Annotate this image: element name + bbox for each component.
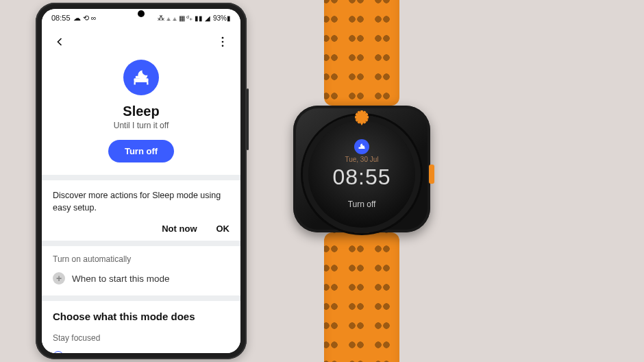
- choose-section-header: Choose what this mode does: [42, 301, 240, 325]
- status-icons-right: ⁂ ⟁ ⟁ ▦ ᵈ₊ ▮▮ ◢: [158, 14, 210, 22]
- watch-date: Tue, 30 Jul: [345, 156, 378, 163]
- watch-crown[interactable]: [429, 165, 434, 184]
- back-icon[interactable]: [53, 35, 66, 51]
- watch-case: Tue, 30 Jul 08:55 Turn off: [293, 106, 430, 232]
- auto-section[interactable]: Turn on automatically + When to start th…: [42, 246, 240, 295]
- stay-focused-section[interactable]: Stay focused Do not disturb: On: [42, 325, 240, 353]
- stay-focused-title: Stay focused: [53, 333, 230, 343]
- smartwatch: Tue, 30 Jul 08:55 Turn off: [293, 0, 430, 362]
- sleep-mode-icon: [123, 60, 159, 95]
- svg-rect-4: [134, 82, 136, 85]
- choose-heading: Choose what this mode does: [53, 311, 230, 322]
- watch-band-bottom: [324, 232, 399, 362]
- status-battery: 93%▮: [213, 14, 231, 22]
- auto-row-label: When to start this mode: [72, 274, 170, 284]
- status-time: 08:55: [51, 14, 71, 22]
- svg-point-1: [222, 41, 224, 43]
- section-divider: [42, 175, 240, 180]
- mode-subtitle: Until I turn it off: [53, 121, 230, 130]
- front-camera: [138, 10, 145, 17]
- watch-sleep-icon: [354, 139, 369, 154]
- phone-screen: 08:55 ☁ ⟲ ∞ ⁂ ⟁ ⟁ ▦ ᵈ₊ ▮▮ ◢ 93%▮: [42, 9, 240, 353]
- svg-rect-3: [134, 78, 149, 82]
- watch-time: 08:55: [332, 165, 391, 190]
- status-icons-left: ☁ ⟲ ∞: [73, 14, 97, 23]
- svg-rect-5: [147, 82, 148, 85]
- watch-band-top: [324, 0, 399, 106]
- auto-section-title: Turn on automatically: [53, 254, 230, 264]
- dnd-row-label: Do not disturb: On: [71, 352, 146, 354]
- hero-section: Sleep Until I turn it off Turn off: [42, 60, 240, 175]
- turn-off-button[interactable]: Turn off: [108, 140, 174, 162]
- more-icon[interactable]: [216, 35, 230, 51]
- section-divider: [42, 295, 240, 301]
- svg-point-0: [222, 37, 224, 39]
- discover-card: Discover more actions for Sleep mode usi…: [42, 180, 240, 241]
- phone-frame: 08:55 ☁ ⟲ ∞ ⁂ ⟁ ⟁ ▦ ᵈ₊ ▮▮ ◢ 93%▮: [36, 3, 247, 359]
- not-now-button[interactable]: Not now: [162, 224, 197, 234]
- svg-rect-6: [136, 76, 140, 79]
- app-bar: [42, 27, 240, 60]
- watch-turn-off-button[interactable]: Turn off: [348, 200, 376, 209]
- discover-text: Discover more actions for Sleep mode usi…: [53, 190, 230, 214]
- svg-point-2: [222, 45, 224, 47]
- ok-button[interactable]: OK: [216, 224, 230, 234]
- plus-icon: +: [53, 272, 65, 285]
- watch-dial[interactable]: Tue, 30 Jul 08:55 Turn off: [303, 115, 421, 233]
- do-not-disturb-icon: [53, 351, 64, 353]
- section-divider: [42, 241, 240, 246]
- watch-face: Tue, 30 Jul 08:55 Turn off: [303, 115, 421, 233]
- mode-title: Sleep: [53, 104, 230, 119]
